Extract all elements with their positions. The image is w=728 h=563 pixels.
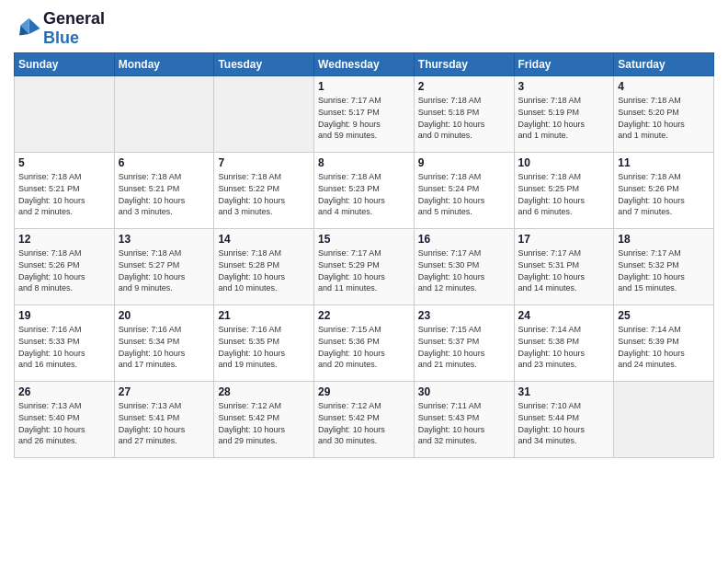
day-number: 9 [418, 156, 510, 169]
calendar-cell: 25Sunrise: 7:14 AM Sunset: 5:39 PM Dayli… [614, 305, 714, 382]
day-number: 17 [518, 233, 610, 246]
day-number: 20 [119, 309, 210, 322]
day-detail: Sunrise: 7:16 AM Sunset: 5:33 PM Dayligh… [18, 324, 110, 370]
calendar-cell: 1Sunrise: 7:17 AM Sunset: 5:17 PM Daylig… [314, 76, 415, 153]
weekday-header-friday: Friday [514, 53, 614, 76]
weekday-header-monday: Monday [114, 53, 214, 76]
day-detail: Sunrise: 7:14 AM Sunset: 5:39 PM Dayligh… [618, 324, 710, 370]
calendar-cell: 28Sunrise: 7:12 AM Sunset: 5:42 PM Dayli… [214, 382, 314, 458]
day-detail: Sunrise: 7:18 AM Sunset: 5:26 PM Dayligh… [618, 171, 710, 217]
calendar-cell: 4Sunrise: 7:18 AM Sunset: 5:20 PM Daylig… [614, 76, 714, 153]
week-row-5: 26Sunrise: 7:13 AM Sunset: 5:40 PM Dayli… [15, 382, 714, 458]
day-number: 4 [618, 80, 710, 93]
day-detail: Sunrise: 7:16 AM Sunset: 5:35 PM Dayligh… [218, 324, 310, 370]
day-detail: Sunrise: 7:16 AM Sunset: 5:34 PM Dayligh… [119, 324, 210, 370]
day-number: 28 [218, 385, 310, 398]
calendar-cell: 16Sunrise: 7:17 AM Sunset: 5:30 PM Dayli… [414, 229, 514, 305]
day-detail: Sunrise: 7:12 AM Sunset: 5:42 PM Dayligh… [218, 400, 310, 446]
day-number: 31 [518, 385, 610, 398]
calendar-cell: 17Sunrise: 7:17 AM Sunset: 5:31 PM Dayli… [514, 229, 614, 305]
day-number: 26 [18, 385, 110, 398]
calendar-cell: 11Sunrise: 7:18 AM Sunset: 5:26 PM Dayli… [614, 153, 714, 229]
calendar-cell: 12Sunrise: 7:18 AM Sunset: 5:26 PM Dayli… [15, 229, 115, 305]
day-number: 2 [418, 80, 510, 93]
calendar-cell: 15Sunrise: 7:17 AM Sunset: 5:29 PM Dayli… [314, 229, 415, 305]
calendar-cell [614, 382, 714, 458]
day-number: 14 [218, 233, 310, 246]
day-detail: Sunrise: 7:18 AM Sunset: 5:21 PM Dayligh… [18, 171, 110, 217]
day-detail: Sunrise: 7:18 AM Sunset: 5:26 PM Dayligh… [18, 247, 110, 293]
day-number: 11 [618, 156, 710, 169]
calendar-cell: 14Sunrise: 7:18 AM Sunset: 5:28 PM Dayli… [214, 229, 314, 305]
day-detail: Sunrise: 7:17 AM Sunset: 5:17 PM Dayligh… [318, 95, 410, 141]
day-detail: Sunrise: 7:17 AM Sunset: 5:32 PM Dayligh… [618, 247, 710, 293]
calendar-cell: 22Sunrise: 7:15 AM Sunset: 5:36 PM Dayli… [314, 305, 415, 382]
day-detail: Sunrise: 7:17 AM Sunset: 5:30 PM Dayligh… [418, 247, 510, 293]
weekday-header-thursday: Thursday [414, 53, 514, 76]
day-number: 23 [418, 309, 510, 322]
day-detail: Sunrise: 7:18 AM Sunset: 5:24 PM Dayligh… [418, 171, 510, 217]
day-detail: Sunrise: 7:15 AM Sunset: 5:37 PM Dayligh… [418, 324, 510, 370]
day-detail: Sunrise: 7:18 AM Sunset: 5:18 PM Dayligh… [418, 95, 510, 141]
week-row-4: 19Sunrise: 7:16 AM Sunset: 5:33 PM Dayli… [15, 305, 714, 382]
logo-text: General Blue [43, 9, 105, 47]
day-detail: Sunrise: 7:17 AM Sunset: 5:31 PM Dayligh… [518, 247, 610, 293]
day-number: 15 [318, 233, 410, 246]
day-detail: Sunrise: 7:18 AM Sunset: 5:20 PM Dayligh… [618, 95, 710, 141]
day-detail: Sunrise: 7:11 AM Sunset: 5:43 PM Dayligh… [418, 400, 510, 446]
calendar-cell [15, 76, 115, 153]
day-detail: Sunrise: 7:18 AM Sunset: 5:19 PM Dayligh… [518, 95, 610, 141]
weekday-header-wednesday: Wednesday [314, 53, 415, 76]
day-detail: Sunrise: 7:15 AM Sunset: 5:36 PM Dayligh… [318, 324, 410, 370]
svg-marker-0 [29, 17, 40, 33]
calendar-cell: 7Sunrise: 7:18 AM Sunset: 5:22 PM Daylig… [214, 153, 314, 229]
day-number: 27 [119, 385, 210, 398]
day-number: 18 [618, 233, 710, 246]
calendar-cell: 24Sunrise: 7:14 AM Sunset: 5:38 PM Dayli… [514, 305, 614, 382]
day-number: 24 [518, 309, 610, 322]
logo-icon [14, 15, 41, 42]
day-number: 30 [418, 385, 510, 398]
weekday-header-saturday: Saturday [614, 53, 714, 76]
day-detail: Sunrise: 7:17 AM Sunset: 5:29 PM Dayligh… [318, 247, 410, 293]
week-row-1: 1Sunrise: 7:17 AM Sunset: 5:17 PM Daylig… [15, 76, 714, 153]
calendar-cell: 30Sunrise: 7:11 AM Sunset: 5:43 PM Dayli… [414, 382, 514, 458]
day-number: 19 [18, 309, 110, 322]
day-number: 7 [218, 156, 310, 169]
week-row-2: 5Sunrise: 7:18 AM Sunset: 5:21 PM Daylig… [15, 153, 714, 229]
day-number: 21 [218, 309, 310, 322]
calendar-container: General Blue SundayMondayTuesdayWednesda… [0, 0, 728, 467]
calendar-cell [214, 76, 314, 153]
calendar-cell [114, 76, 214, 153]
weekday-header-row: SundayMondayTuesdayWednesdayThursdayFrid… [15, 53, 714, 76]
calendar-cell: 19Sunrise: 7:16 AM Sunset: 5:33 PM Dayli… [15, 305, 115, 382]
day-number: 1 [318, 80, 410, 93]
calendar-cell: 21Sunrise: 7:16 AM Sunset: 5:35 PM Dayli… [214, 305, 314, 382]
day-number: 5 [18, 156, 110, 169]
week-row-3: 12Sunrise: 7:18 AM Sunset: 5:26 PM Dayli… [15, 229, 714, 305]
calendar-cell: 29Sunrise: 7:12 AM Sunset: 5:42 PM Dayli… [314, 382, 415, 458]
day-detail: Sunrise: 7:12 AM Sunset: 5:42 PM Dayligh… [318, 400, 410, 446]
day-number: 29 [318, 385, 410, 398]
day-detail: Sunrise: 7:18 AM Sunset: 5:23 PM Dayligh… [318, 171, 410, 217]
day-number: 13 [119, 233, 210, 246]
calendar-cell: 26Sunrise: 7:13 AM Sunset: 5:40 PM Dayli… [15, 382, 115, 458]
calendar-cell: 13Sunrise: 7:18 AM Sunset: 5:27 PM Dayli… [114, 229, 214, 305]
calendar-cell: 9Sunrise: 7:18 AM Sunset: 5:24 PM Daylig… [414, 153, 514, 229]
calendar-cell: 23Sunrise: 7:15 AM Sunset: 5:37 PM Dayli… [414, 305, 514, 382]
day-detail: Sunrise: 7:13 AM Sunset: 5:40 PM Dayligh… [18, 400, 110, 446]
day-detail: Sunrise: 7:10 AM Sunset: 5:44 PM Dayligh… [518, 400, 610, 446]
header: General Blue [14, 9, 714, 47]
day-detail: Sunrise: 7:18 AM Sunset: 5:28 PM Dayligh… [218, 247, 310, 293]
calendar-cell: 18Sunrise: 7:17 AM Sunset: 5:32 PM Dayli… [614, 229, 714, 305]
calendar-cell: 27Sunrise: 7:13 AM Sunset: 5:41 PM Dayli… [114, 382, 214, 458]
day-number: 8 [318, 156, 410, 169]
calendar-cell: 10Sunrise: 7:18 AM Sunset: 5:25 PM Dayli… [514, 153, 614, 229]
day-detail: Sunrise: 7:13 AM Sunset: 5:41 PM Dayligh… [119, 400, 210, 446]
calendar-cell: 8Sunrise: 7:18 AM Sunset: 5:23 PM Daylig… [314, 153, 415, 229]
day-detail: Sunrise: 7:14 AM Sunset: 5:38 PM Dayligh… [518, 324, 610, 370]
day-number: 25 [618, 309, 710, 322]
weekday-header-sunday: Sunday [15, 53, 115, 76]
weekday-header-tuesday: Tuesday [214, 53, 314, 76]
day-detail: Sunrise: 7:18 AM Sunset: 5:21 PM Dayligh… [119, 171, 210, 217]
